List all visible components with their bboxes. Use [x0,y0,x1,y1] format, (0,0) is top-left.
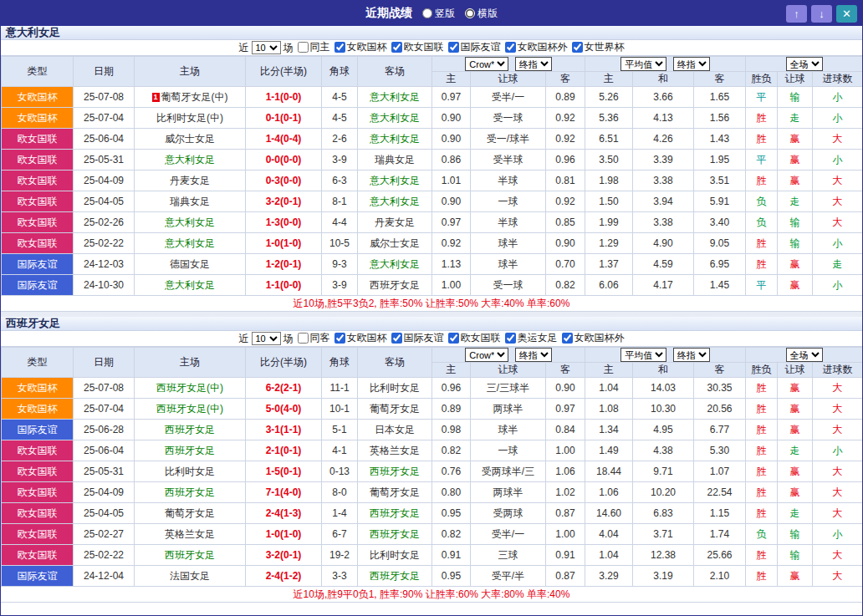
match-row: 欧女国联25-04-09丹麦女足0-3(0-0)6-3意大利女足1.01半球0.… [2,171,863,191]
filter-checkbox[interactable] [334,333,345,344]
layout-option-vertical[interactable]: 竖版 [422,7,455,21]
sub-home-header: 主 [432,363,471,378]
sub-draw-header: 和 [633,363,694,378]
handicap-stage-select[interactable]: 终指 [515,348,552,362]
handicap-stage-select[interactable]: 终指 [515,57,552,71]
recent-count-select[interactable]: 10 [252,41,281,54]
outcome-result: 胜 [746,545,778,566]
handicap-home-odds: 0.95 [432,503,471,524]
avg-draw-odds: 4.26 [633,129,694,150]
filter-checkbox[interactable] [505,42,516,53]
handicap-line: 球半 [471,420,546,440]
filter-option[interactable]: 欧女国联 [448,331,501,345]
handicap-line: 受半/一 [471,524,546,545]
filter-option[interactable]: 奥运女足 [505,331,558,345]
avg-home-odds: 1.37 [585,254,633,275]
horizontal-layout-radio[interactable] [465,8,475,18]
filter-option[interactable]: 女欧国杯 [334,331,387,345]
league-badge: 欧女国联 [2,212,74,233]
score: 2-1(0-1) [246,440,322,461]
handicap-home-odds: 0.98 [432,420,471,440]
match-date: 25-02-27 [74,524,135,545]
filter-option[interactable]: 欧女国联 [391,40,444,54]
goals-result: 小 [813,87,863,108]
outcome-result: 胜 [746,461,778,482]
average-odds-select[interactable]: 平均值 [620,348,666,362]
filter-checkbox[interactable] [298,333,309,344]
average-stage-select[interactable]: 终指 [673,57,710,71]
avg-away-odds: 30.35 [694,378,746,399]
home-team-name: 意大利女足 [165,279,215,291]
sub-away-header: 客 [546,72,585,87]
bookmaker-select[interactable]: Crow* [465,57,508,71]
filter-option[interactable]: 同主 [298,40,330,54]
avg-home-odds: 1.99 [585,212,633,233]
away-team: 西班牙女足 [358,275,432,296]
match-date: 25-05-31 [74,150,135,171]
average-odds-select[interactable]: 平均值 [620,57,666,71]
filter-option[interactable]: 女欧国杯外 [505,40,568,54]
filter-option[interactable]: 女欧国杯 [334,40,387,54]
match-row: 欧女国联25-02-26意大利女足1-3(0-0)4-4丹麦女足0.97半球0.… [2,212,863,233]
handicap-away-odds: 1.00 [546,524,585,545]
match-row: 欧女国联25-05-31比利时女足1-5(0-1)0-13西班牙女足0.76受两… [2,461,863,482]
filter-option[interactable]: 同客 [298,331,330,345]
filter-suffix: 场 [283,41,294,55]
filter-option[interactable]: 国际友谊 [391,331,444,345]
away-team-name: 意大利女足 [370,112,420,124]
filter-checkbox[interactable] [391,333,402,344]
filter-checkbox[interactable] [448,42,459,53]
home-team-name: 西班牙女足(中) [156,403,223,415]
average-stage-select[interactable]: 终指 [673,348,710,362]
move-up-button[interactable]: ↑ [786,5,807,23]
handicap-odds-group: Crow* 终指 [432,348,585,363]
vertical-layout-radio[interactable] [422,8,432,18]
filter-checkbox[interactable] [505,333,516,344]
avg-home-odds: 5.36 [585,108,633,129]
score: 1-0(1-0) [246,524,322,545]
close-button[interactable]: ✕ [836,5,857,23]
handicap-result: 赢 [778,482,813,503]
corners: 2-6 [322,129,358,150]
home-team-name: 比利时女足 [165,466,215,477]
home-team-name: 西班牙女足 [165,424,215,435]
filter-checkbox[interactable] [298,42,309,53]
filter-option[interactable]: 女世界杯 [572,40,625,54]
scope-select[interactable]: 全场 [786,57,823,71]
filter-checkbox[interactable] [572,42,583,53]
scope-select[interactable]: 全场 [786,348,823,362]
avg-away-odds: 25.66 [694,545,746,566]
filter-option[interactable]: 女欧国杯外 [562,331,625,345]
corners: 10-5 [322,233,358,254]
layout-option-horizontal[interactable]: 横版 [465,7,498,21]
avg-away-odds: 1.74 [694,524,746,545]
filter-checkbox[interactable] [334,42,345,53]
away-team-name: 意大利女足 [370,175,420,186]
filter-checkbox[interactable] [562,333,573,344]
away-team: 丹麦女足 [358,212,432,233]
handicap-line: 一球 [471,191,546,212]
outcome-result: 平 [746,87,778,108]
recent-count-select[interactable]: 10 [252,332,281,345]
away-team: 威尔士女足 [358,233,432,254]
sub-goals-header: 进球数 [813,72,863,87]
filter-checkbox[interactable] [391,42,402,53]
away-team: 瑞典女足 [358,150,432,171]
score: 1-0(1-0) [246,233,322,254]
league-badge: 女欧国杯 [2,378,74,399]
corners: 6-7 [322,524,358,545]
col-date-header: 日期 [74,348,135,378]
score: 0-0(0-0) [246,150,322,171]
handicap-line: 受两球 [471,503,546,524]
avg-home-odds: 3.29 [585,566,633,587]
league-badge: 女欧国杯 [2,108,74,129]
handicap-result: 赢 [778,420,813,440]
filter-option[interactable]: 国际友谊 [448,40,501,54]
move-down-button[interactable]: ↓ [811,5,832,23]
avg-draw-odds: 4.59 [633,254,694,275]
bookmaker-select[interactable]: Crow* [465,348,508,362]
filter-checkbox[interactable] [448,333,459,344]
avg-away-odds: 20.56 [694,399,746,420]
away-team: 西班牙女足 [358,566,432,587]
avg-home-odds: 6.06 [585,275,633,296]
